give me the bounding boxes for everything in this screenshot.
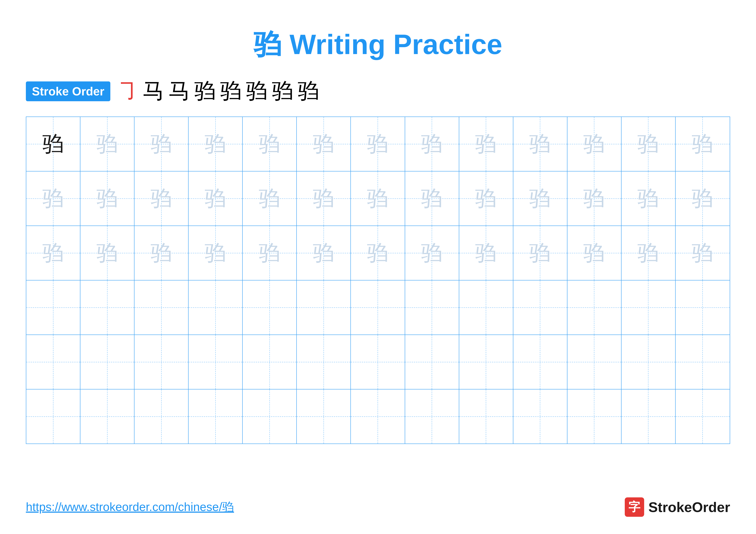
char-light: 驺 (96, 133, 118, 155)
grid-cell-5-4[interactable] (189, 335, 243, 389)
grid-cell-3-9[interactable]: 驺 (459, 226, 513, 280)
stroke-char-8: 驺 (298, 77, 319, 106)
grid-cell-3-7[interactable]: 驺 (351, 226, 405, 280)
grid-cell-4-2[interactable] (80, 280, 134, 335)
grid-cell-2-3[interactable]: 驺 (134, 171, 189, 225)
page: 驺 Writing Practice Stroke Order ㇆ 马 马 驺 … (0, 0, 756, 534)
grid-cell-3-6[interactable]: 驺 (297, 226, 351, 280)
grid-cell-5-8[interactable] (405, 335, 459, 389)
grid-cell-6-5[interactable] (243, 390, 297, 444)
grid-cell-4-1[interactable] (26, 280, 80, 335)
grid-cell-3-12[interactable]: 驺 (622, 226, 676, 280)
grid-row-3: 驺 驺 驺 驺 驺 驺 驺 驺 驺 驺 驺 驺 驺 (26, 226, 730, 280)
grid-cell-1-1[interactable]: 驺 (26, 117, 80, 171)
grid-cell-3-1[interactable]: 驺 (26, 226, 80, 280)
grid-cell-4-11[interactable] (567, 280, 622, 335)
char-dark: 驺 (42, 133, 64, 155)
grid-cell-4-10[interactable] (513, 280, 567, 335)
grid-cell-5-13[interactable] (676, 335, 730, 389)
grid-cell-4-5[interactable] (243, 280, 297, 335)
grid-cell-4-12[interactable] (622, 280, 676, 335)
grid-cell-3-2[interactable]: 驺 (80, 226, 134, 280)
grid-cell-6-9[interactable] (459, 390, 513, 444)
title-section: 驺 Writing Practice (26, 26, 730, 64)
grid-cell-4-9[interactable] (459, 280, 513, 335)
grid-cell-2-8[interactable]: 驺 (405, 171, 459, 225)
grid-cell-4-13[interactable] (676, 280, 730, 335)
stroke-chars: ㇆ 马 马 驺 驺 驺 驺 驺 (117, 77, 319, 106)
grid-row-2: 驺 驺 驺 驺 驺 驺 驺 驺 驺 驺 驺 驺 驺 (26, 171, 730, 226)
grid-cell-5-3[interactable] (134, 335, 189, 389)
grid-cell-6-13[interactable] (676, 390, 730, 444)
grid-cell-3-8[interactable]: 驺 (405, 226, 459, 280)
grid-row-4 (26, 280, 730, 335)
grid-cell-2-12[interactable]: 驺 (622, 171, 676, 225)
grid-cell-2-10[interactable]: 驺 (513, 171, 567, 225)
practice-grid: 驺 驺 驺 驺 驺 驺 驺 驺 驺 驺 驺 驺 驺 驺 驺 驺 驺 驺 驺 驺 … (26, 116, 730, 444)
grid-cell-2-11[interactable]: 驺 (567, 171, 622, 225)
grid-cell-6-12[interactable] (622, 390, 676, 444)
grid-cell-5-12[interactable] (622, 335, 676, 389)
grid-row-1: 驺 驺 驺 驺 驺 驺 驺 驺 驺 驺 驺 驺 驺 (26, 117, 730, 171)
stroke-char-4: 驺 (194, 77, 216, 106)
grid-cell-2-13[interactable]: 驺 (676, 171, 730, 225)
grid-cell-5-11[interactable] (567, 335, 622, 389)
grid-row-6 (26, 390, 730, 444)
grid-cell-3-5[interactable]: 驺 (243, 226, 297, 280)
grid-cell-5-5[interactable] (243, 335, 297, 389)
grid-cell-5-6[interactable] (297, 335, 351, 389)
grid-cell-3-13[interactable]: 驺 (676, 226, 730, 280)
grid-cell-4-8[interactable] (405, 280, 459, 335)
grid-cell-2-7[interactable]: 驺 (351, 171, 405, 225)
grid-cell-2-2[interactable]: 驺 (80, 171, 134, 225)
stroke-char-6: 驺 (246, 77, 268, 106)
grid-cell-1-11[interactable]: 驺 (567, 117, 622, 171)
grid-cell-1-9[interactable]: 驺 (459, 117, 513, 171)
grid-cell-6-10[interactable] (513, 390, 567, 444)
bottom-section: https://www.strokeorder.com/chinese/驺 字 … (26, 497, 730, 517)
grid-cell-4-7[interactable] (351, 280, 405, 335)
grid-cell-2-4[interactable]: 驺 (189, 171, 243, 225)
grid-cell-3-11[interactable]: 驺 (567, 226, 622, 280)
grid-cell-4-6[interactable] (297, 280, 351, 335)
grid-cell-3-3[interactable]: 驺 (134, 226, 189, 280)
grid-cell-6-7[interactable] (351, 390, 405, 444)
grid-cell-6-6[interactable] (297, 390, 351, 444)
grid-cell-4-3[interactable] (134, 280, 189, 335)
grid-cell-5-10[interactable] (513, 335, 567, 389)
stroke-char-7: 驺 (272, 77, 293, 106)
grid-cell-6-1[interactable] (26, 390, 80, 444)
grid-row-5 (26, 335, 730, 390)
grid-cell-2-1[interactable]: 驺 (26, 171, 80, 225)
grid-cell-2-9[interactable]: 驺 (459, 171, 513, 225)
grid-cell-1-4[interactable]: 驺 (189, 117, 243, 171)
grid-cell-3-10[interactable]: 驺 (513, 226, 567, 280)
grid-cell-5-9[interactable] (459, 335, 513, 389)
stroke-char-1: ㇆ (117, 77, 138, 106)
grid-cell-5-2[interactable] (80, 335, 134, 389)
grid-cell-1-13[interactable]: 驺 (676, 117, 730, 171)
grid-cell-1-8[interactable]: 驺 (405, 117, 459, 171)
grid-cell-6-11[interactable] (567, 390, 622, 444)
stroke-char-5: 驺 (220, 77, 242, 106)
grid-cell-3-4[interactable]: 驺 (189, 226, 243, 280)
grid-cell-1-7[interactable]: 驺 (351, 117, 405, 171)
grid-cell-2-5[interactable]: 驺 (243, 171, 297, 225)
grid-cell-1-3[interactable]: 驺 (134, 117, 189, 171)
grid-cell-1-5[interactable]: 驺 (243, 117, 297, 171)
grid-cell-1-12[interactable]: 驺 (622, 117, 676, 171)
grid-cell-1-6[interactable]: 驺 (297, 117, 351, 171)
logo-icon: 字 (625, 497, 644, 517)
grid-cell-1-2[interactable]: 驺 (80, 117, 134, 171)
grid-cell-6-3[interactable] (134, 390, 189, 444)
grid-cell-1-10[interactable]: 驺 (513, 117, 567, 171)
stroke-char-3: 马 (169, 77, 190, 106)
grid-cell-5-7[interactable] (351, 335, 405, 389)
website-url[interactable]: https://www.strokeorder.com/chinese/驺 (26, 499, 234, 515)
grid-cell-6-4[interactable] (189, 390, 243, 444)
grid-cell-2-6[interactable]: 驺 (297, 171, 351, 225)
grid-cell-5-1[interactable] (26, 335, 80, 389)
grid-cell-6-2[interactable] (80, 390, 134, 444)
grid-cell-4-4[interactable] (189, 280, 243, 335)
grid-cell-6-8[interactable] (405, 390, 459, 444)
